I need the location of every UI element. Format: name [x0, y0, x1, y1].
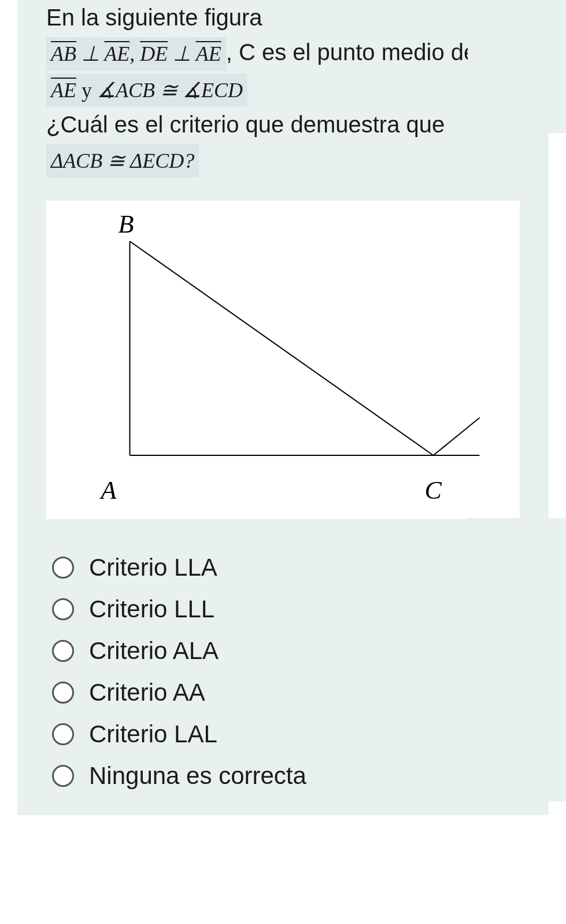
label-b: B — [119, 212, 134, 238]
radio-lla[interactable] — [52, 557, 74, 579]
option-label: Ninguna es correcta — [89, 762, 306, 790]
option-row: Ninguna es correcta — [52, 762, 520, 790]
option-label: Criterio LAL — [89, 720, 217, 748]
option-row: Criterio AA — [52, 679, 520, 706]
side-panel-top — [468, 0, 566, 133]
math-expr-2: AE y ∡ACB ≅ ∡ECD — [46, 73, 247, 107]
option-row: Criterio LLA — [52, 554, 520, 581]
option-row: Criterio LAL — [52, 720, 520, 748]
option-row: Criterio ALA — [52, 637, 520, 665]
q-line1: En la siguiente figura — [46, 5, 262, 30]
option-label: Criterio AA — [89, 679, 205, 706]
side-panel-bottom — [468, 518, 566, 801]
math-expr-1: AB ⊥ AE, DE ⊥ AE — [46, 37, 226, 71]
segment-cd-partial — [434, 418, 480, 455]
radio-aa[interactable] — [52, 682, 74, 704]
segment-bc — [130, 241, 434, 455]
q-line3: ¿Cuál es el criterio que demuestra que — [46, 112, 445, 137]
radio-lll[interactable] — [52, 598, 74, 620]
q-mid: , C es el punto medio de — [226, 39, 477, 65]
label-c: C — [425, 476, 442, 505]
radio-none[interactable] — [52, 765, 74, 787]
math-expr-3: ΔACB ≅ ΔECD? — [46, 144, 199, 178]
label-a: A — [99, 476, 117, 505]
option-label: Criterio ALA — [89, 637, 219, 665]
option-label: Criterio LLA — [89, 554, 217, 581]
radio-lal[interactable] — [52, 723, 74, 745]
option-row: Criterio LLL — [52, 595, 520, 623]
radio-ala[interactable] — [52, 640, 74, 662]
figure-area: B A C — [46, 201, 520, 519]
triangle-figure: B A C — [64, 212, 502, 507]
option-label: Criterio LLL — [89, 595, 214, 623]
